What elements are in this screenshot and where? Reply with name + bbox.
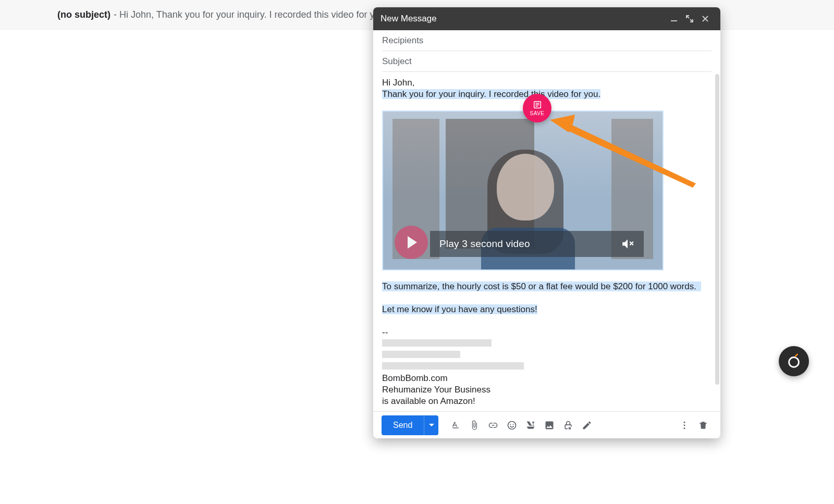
signature-redacted [382,338,712,350]
bombbomb-widget[interactable] [779,346,809,376]
compose-titlebar[interactable]: New Message [373,7,720,30]
fullscreen-icon[interactable] [682,11,697,27]
mute-icon[interactable] [621,237,634,251]
compose-toolbar: Send [373,411,720,438]
close-icon[interactable] [697,11,713,27]
signature-line: is available on Amazon! [382,396,712,407]
formatting-icon[interactable] [447,416,464,434]
svg-point-9 [513,424,514,425]
signature-redacted [382,361,712,373]
svg-point-8 [510,424,511,425]
svg-point-7 [508,421,516,429]
svg-point-11 [684,424,685,426]
send-button[interactable]: Send [382,415,424,435]
signature-line: Rehumanize Your Business [382,384,712,396]
more-options-icon[interactable] [676,416,693,434]
body-line: Let me know if you have any questions! [382,304,712,315]
subject-field[interactable]: Subject [382,51,712,72]
attach-icon[interactable] [465,416,483,434]
emoji-icon[interactable] [503,416,521,434]
body-line [382,315,712,327]
discard-icon[interactable] [694,416,712,434]
photo-icon[interactable] [541,416,558,434]
signature-redacted [382,350,712,361]
signature-line: BombBomb.com [382,373,712,384]
compose-header-fields: Recipients Subject [373,30,720,72]
recipients-field[interactable]: Recipients [382,30,712,51]
save-fab[interactable]: SAVE [523,94,551,122]
body-line: To summarize, the hourly cost is $50 or … [382,281,712,292]
compose-window: New Message Recipients Subject Hi John, … [373,7,720,438]
body-line [382,292,712,304]
svg-point-12 [684,427,685,429]
video-thumbnail[interactable]: Play 3 second video [382,110,664,271]
signature-separator: -- [382,327,712,338]
play-icon[interactable] [395,226,428,259]
save-fab-label: SAVE [530,110,545,116]
send-button-group: Send [382,415,438,435]
video-play-label-bar[interactable]: Play 3 second video [430,231,644,257]
svg-point-19 [789,358,799,367]
video-play-label: Play 3 second video [439,238,530,250]
link-icon[interactable] [484,416,502,434]
compose-scrollbar[interactable] [715,74,719,385]
signature-icon[interactable] [578,416,596,434]
send-options-dropdown[interactable] [424,415,438,435]
compose-body[interactable]: Hi John, Thank you for your inquiry. I r… [373,72,720,411]
minimize-icon[interactable] [666,11,682,27]
svg-point-10 [684,421,685,423]
draft-subject: (no subject) [57,9,111,20]
confidential-icon[interactable] [559,416,577,434]
compose-title-text: New Message [381,14,437,24]
body-line: Hi John, [382,77,712,89]
drive-icon[interactable] [522,416,539,434]
